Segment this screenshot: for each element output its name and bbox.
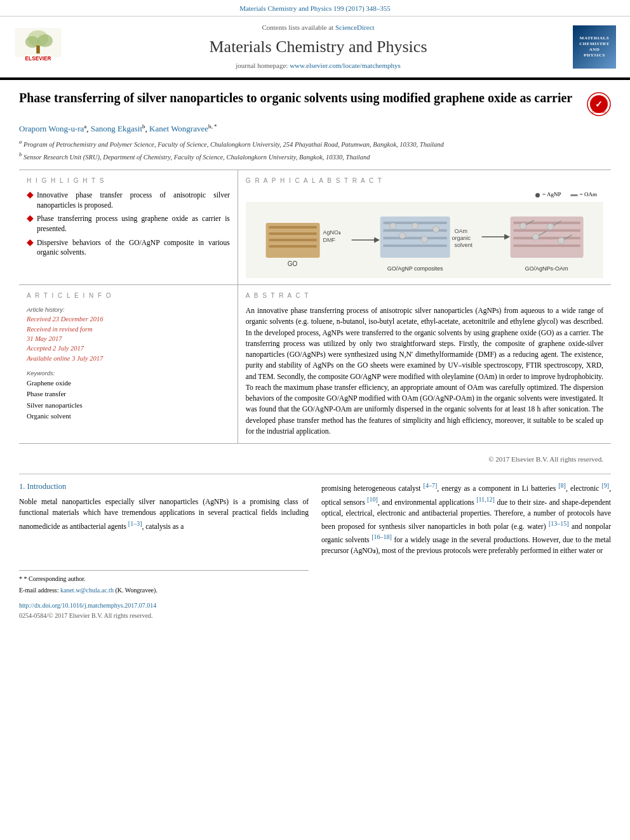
- svg-point-45: [558, 237, 564, 244]
- abstract-header: A B S T R A C T: [246, 291, 603, 300]
- journal-title: Materials Chemistry and Physics: [70, 36, 566, 58]
- section-number: 1.: [19, 482, 27, 491]
- author-3-sup: b, *: [208, 123, 217, 130]
- graphical-abstract-header: G R A P H I C A L A B S T R A C T: [246, 177, 603, 185]
- author-1[interactable]: Oraporn Wong-u-ra: [19, 124, 84, 133]
- keyword-2: Phase transfer: [27, 389, 230, 399]
- article-title-section: Phase transferring of silver nanoparticl…: [19, 90, 611, 116]
- footnote-area: * * Corresponding author. E-mail address…: [19, 570, 309, 620]
- keywords-label: Keywords:: [27, 369, 230, 377]
- highlight-text-2: Phase transferring process using graphen…: [37, 214, 230, 234]
- journal-reference-text: Materials Chemistry and Physics 199 (201…: [239, 4, 391, 12]
- highlight-item-1: ◆ Innovative phase transfer process of a…: [27, 190, 230, 210]
- body-right-column: promising heterogeneous catalyst [4–7], …: [321, 481, 611, 620]
- journal-header: ELSEVIER Contents lists available at Sci…: [0, 17, 630, 78]
- svg-text:GO/AgNP composites: GO/AgNP composites: [387, 265, 443, 272]
- highlights-header: H I G H L I G H T S: [27, 177, 230, 185]
- issn-line: 0254-0584/© 2017 Elsevier B.V. All right…: [19, 611, 309, 620]
- doi-link[interactable]: http://dx.doi.org/10.1016/j.matchemphys.…: [19, 602, 156, 609]
- svg-rect-22: [383, 237, 446, 239]
- legend-oam: = OAm: [570, 190, 597, 199]
- main-content: Phase transferring of silver nanoparticl…: [0, 80, 630, 633]
- ref-16-18[interactable]: [16–18]: [372, 533, 392, 540]
- section-title: Introduction: [27, 482, 67, 491]
- homepage-link[interactable]: www.elsevier.com/locate/matchemphys: [290, 62, 401, 69]
- highlights-graphical-section: H I G H L I G H T S ◆ Innovative phase t…: [19, 170, 611, 285]
- svg-text:GO/AgNPs-OAm: GO/AgNPs-OAm: [525, 265, 568, 272]
- author-2[interactable]: Sanong Ekgasit: [91, 124, 142, 133]
- intro-paragraph-2: promising heterogeneous catalyst [4–7], …: [321, 481, 611, 556]
- svg-text:organic: organic: [452, 235, 471, 241]
- abstract-text: An innovative phase transferring process…: [246, 305, 603, 437]
- journal-center-section: Contents lists available at ScienceDirec…: [70, 23, 566, 70]
- svg-rect-23: [383, 244, 446, 247]
- svg-text:DMF: DMF: [323, 237, 335, 243]
- ref-1-3[interactable]: [1–3]: [128, 520, 142, 527]
- ref-9[interactable]: [9]: [601, 482, 609, 489]
- svg-rect-11: [269, 226, 316, 229]
- svg-point-28: [432, 226, 439, 232]
- corresponding-author-note: * * Corresponding author.: [19, 574, 309, 583]
- graphical-abstract-svg: GO AgNO₃ DMF: [246, 204, 603, 277]
- product-block: GO/AgNPs-OAm: [510, 217, 583, 272]
- keyword-4: Organic solvent: [27, 411, 230, 421]
- article-info-abstract-section: A R T I C L E I N F O Article history: R…: [19, 285, 611, 444]
- svg-rect-13: [269, 239, 316, 241]
- keyword-3: Silver nanoparticles: [27, 401, 230, 410]
- arrow-1: AgNO₃ DMF: [323, 229, 377, 243]
- legend-agnp: = AgNP: [535, 190, 561, 199]
- footnote-rule: [19, 570, 309, 571]
- svg-rect-4: [36, 45, 40, 53]
- svg-rect-38: [513, 244, 580, 247]
- svg-point-26: [412, 223, 418, 229]
- ref-4-7[interactable]: [4–7]: [424, 482, 438, 489]
- sciencedirect-link[interactable]: ScienceDirect: [335, 23, 375, 31]
- body-left-column: 1. Introduction Noble metal nanoparticle…: [19, 481, 309, 620]
- svg-point-41: [532, 234, 539, 240]
- article-info-header: A R T I C L E I N F O: [27, 291, 230, 300]
- authors-line: Oraporn Wong-u-raa, Sanong Ekgasitb, Kan…: [19, 123, 611, 135]
- svg-rect-37: [513, 237, 580, 239]
- affiliation-a: a Program of Petrochemistry and Polymer …: [19, 138, 611, 149]
- contents-line: Contents lists available at ScienceDirec…: [70, 23, 566, 32]
- ref-10[interactable]: [10]: [367, 496, 378, 503]
- body-columns: 1. Introduction Noble metal nanoparticle…: [19, 481, 611, 620]
- arrow-2: OAm organic solvent: [452, 228, 507, 248]
- composite-block: GO/AgNP composites: [380, 217, 450, 272]
- svg-rect-12: [269, 232, 316, 235]
- agnp-dot: [535, 193, 540, 197]
- body-divider: [19, 474, 611, 474]
- author-1-sup: a: [84, 123, 86, 130]
- email-line: E-mail address: kanet.w@chula.ac.th (K. …: [19, 585, 309, 595]
- ref-13-15[interactable]: [13–15]: [549, 520, 569, 527]
- svg-text:AgNO₃: AgNO₃: [323, 229, 341, 236]
- bullet-1: ◆: [27, 190, 34, 210]
- affiliation-b: b Sensor Research Unit (SRU), Department…: [19, 150, 611, 162]
- affil-sup-a: a: [19, 138, 22, 145]
- journal-reference-bar: Materials Chemistry and Physics 199 (201…: [0, 0, 630, 17]
- journal-cover-image: MATERIALSCHEMISTRYANDPHYSICS: [573, 25, 617, 69]
- svg-text:CrossMark: CrossMark: [592, 110, 607, 114]
- bullet-2: ◆: [27, 214, 34, 234]
- mcp-cover-art: MATERIALSCHEMISTRYANDPHYSICS: [573, 25, 616, 69]
- go-block: GO: [265, 223, 319, 267]
- keyword-1: Graphene oxide: [27, 378, 230, 388]
- corresponding-email[interactable]: kanet.w@chula.ac.th: [60, 587, 114, 594]
- oam-line: [570, 194, 578, 196]
- article-info-column: A R T I C L E I N F O Article history: R…: [19, 285, 238, 443]
- affil-sup-b: b: [19, 151, 22, 157]
- copyright-line: © 2017 Elsevier B.V. All rights reserved…: [19, 451, 611, 467]
- keywords-section: Keywords: Graphene oxide Phase transfer …: [27, 369, 230, 422]
- svg-point-25: [399, 232, 405, 239]
- ref-11-12[interactable]: [11,12]: [476, 496, 495, 503]
- ga-legend: = AgNP = OAm: [246, 190, 603, 199]
- elsevier-logo: ELSEVIER: [13, 28, 64, 66]
- article-dates: Received 23 December 2016 Received in re…: [27, 315, 230, 363]
- author-3[interactable]: Kanet Wongravee: [149, 124, 208, 133]
- doi-line: http://dx.doi.org/10.1016/j.matchemphys.…: [19, 600, 309, 611]
- bullet-3: ◆: [27, 238, 34, 258]
- svg-text:✓: ✓: [595, 99, 603, 109]
- history-label: Article history:: [27, 305, 230, 314]
- ref-8[interactable]: [8]: [558, 482, 566, 489]
- abstract-column: A B S T R A C T An innovative phase tran…: [238, 285, 611, 443]
